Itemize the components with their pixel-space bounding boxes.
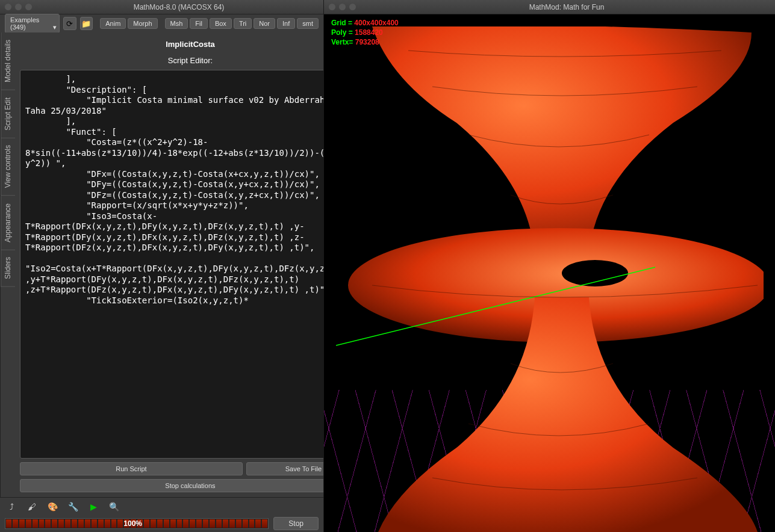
play-icon[interactable]: ▶ (87, 500, 100, 513)
stop-button[interactable]: Stop (273, 517, 319, 530)
vertical-tab[interactable]: Script Edit (1, 90, 15, 138)
render-window: MathMod: Math for Fun (324, 0, 775, 532)
refresh-icon[interactable]: ⟳ (63, 17, 76, 30)
script-editor-label: Script Editor: (20, 55, 323, 66)
progress-row: 100% Stop (0, 515, 323, 532)
poly-value: 1588420 (355, 28, 383, 37)
export-icon[interactable]: ⤴ (5, 500, 18, 513)
stop-calculations-button[interactable]: Stop calculations (20, 479, 323, 492)
render-viewport[interactable]: Grid = 400x400x400 Poly = 1588420 Vertx=… (324, 14, 775, 532)
script-editor[interactable]: ], "Description": [ "Implicit Costa mini… (20, 70, 323, 459)
wrench-icon[interactable]: 🔧 (66, 500, 79, 513)
vertical-tab[interactable]: Sliders (1, 250, 15, 287)
titlebar-left: MathMod-8.0 (MACOSX 64) (0, 0, 323, 14)
top-toolbar: Examples (349) ⟳ 📁 Anim Morph Msh Fil Bo… (0, 14, 323, 32)
window-title: MathMod-8.0 (MACOSX 64) (39, 3, 319, 11)
render-stats: Grid = 400x400x400 Poly = 1588420 Vertx=… (331, 18, 399, 48)
bottom-toolbar: ⤴ 🖌 🎨 🔧 ▶ 🔍 (0, 497, 323, 515)
vertical-tab[interactable]: Appearance (1, 196, 15, 250)
anim-button[interactable]: Anim (100, 18, 126, 29)
vertical-tabs: Model detailsScript EditView controlsApp… (1, 32, 15, 497)
grid-label: Grid = (331, 19, 354, 27)
tri-button[interactable]: Tri (234, 18, 252, 29)
fil-button[interactable]: Fil (190, 18, 208, 29)
search-icon[interactable]: 🔍 (107, 500, 120, 513)
render-window-title: MathMod: Math for Fun (363, 3, 770, 11)
palette-icon[interactable]: 🎨 (46, 500, 59, 513)
titlebar-right: MathMod: Math for Fun (324, 0, 775, 14)
traffic-lights[interactable] (5, 4, 32, 10)
inf-button[interactable]: Inf (277, 18, 295, 29)
progress-percent: 100% (123, 519, 142, 528)
rendered-surface (336, 26, 764, 532)
morph-button[interactable]: Morph (128, 18, 157, 29)
save-to-file-button[interactable]: Save To File (246, 462, 323, 475)
main-area: Gyroidal Tori_2GyroidLaticeHelical ToriH… (0, 32, 323, 497)
editor-panel: Model detailsScript EditView controlsApp… (1, 32, 323, 497)
smt-button[interactable]: smt (297, 18, 319, 29)
run-script-button[interactable]: Run Script (20, 462, 243, 475)
main-window: MathMod-8.0 (MACOSX 64) Examples (349) ⟳… (0, 0, 324, 532)
folder-icon[interactable]: 📁 (80, 17, 93, 30)
model-name: ImplicitCosta (20, 37, 323, 51)
brush-icon[interactable]: 🖌 (25, 500, 39, 513)
traffic-lights-right[interactable] (329, 4, 356, 10)
vertical-tab[interactable]: Model details (1, 32, 15, 90)
msh-button[interactable]: Msh (165, 18, 188, 29)
svg-point-1 (562, 260, 628, 286)
grid-value: 400x400x400 (354, 19, 398, 27)
nor-button[interactable]: Nor (254, 18, 275, 29)
box-button[interactable]: Box (210, 18, 232, 29)
vertical-tab[interactable]: View controls (1, 138, 15, 196)
vertx-label: Vertx= (331, 38, 355, 46)
examples-dropdown[interactable]: Examples (349) (5, 14, 60, 33)
poly-label: Poly = (331, 28, 355, 37)
vertx-value: 793208 (355, 38, 379, 46)
progress-bar: 100% (5, 518, 269, 529)
